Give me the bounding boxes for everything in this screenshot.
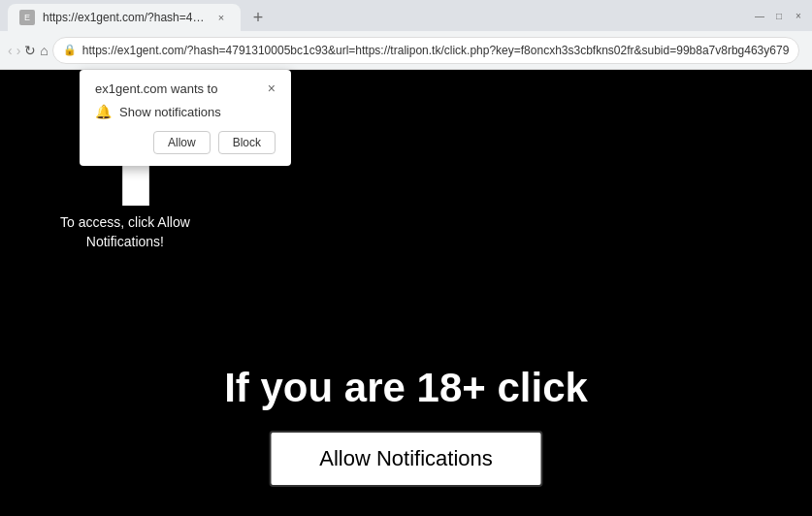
lock-icon: 🔒 — [63, 44, 77, 56]
access-text: To access, click AllowNotifications! — [60, 213, 190, 251]
new-tab-button[interactable]: + — [244, 4, 272, 31]
active-tab[interactable]: E https://ex1gent.com/?hash=47... × — [8, 4, 241, 31]
maximize-button[interactable]: □ — [773, 10, 785, 21]
allow-notifications-button[interactable]: Allow Notifications — [269, 431, 543, 487]
forward-button[interactable]: › — [16, 37, 21, 64]
home-button[interactable]: ⌂ — [40, 37, 48, 64]
address-bar[interactable]: 🔒 https://ex1gent.com/?hash=4791310005bc… — [52, 37, 800, 64]
bell-icon: 🔔 — [95, 104, 112, 119]
popup-body: 🔔 Show notifications — [95, 104, 276, 119]
page-content: ex1gent.com wants to × 🔔 Show notificati… — [0, 70, 812, 516]
notification-popup: ex1gent.com wants to × 🔔 Show notificati… — [80, 70, 291, 166]
title-bar: E https://ex1gent.com/?hash=47... × + — … — [0, 0, 812, 31]
window-controls: — □ × — [754, 10, 804, 21]
big-text: If you are 18+ click — [224, 365, 588, 411]
popup-allow-button[interactable]: Allow — [153, 131, 211, 154]
tab-bar: E https://ex1gent.com/?hash=47... × + — [8, 0, 272, 31]
popup-header: ex1gent.com wants to × — [95, 81, 276, 96]
main-cta: If you are 18+ click Allow Notifications — [0, 365, 812, 487]
refresh-button[interactable]: ↻ — [24, 37, 36, 64]
popup-close-button[interactable]: × — [268, 81, 276, 95]
tab-close-button[interactable]: × — [213, 10, 229, 25]
minimize-button[interactable]: — — [754, 10, 765, 21]
popup-title: ex1gent.com wants to — [95, 81, 217, 96]
nav-right-icons: ☆ 👤 ⋮ — [807, 37, 812, 64]
back-button[interactable]: ‹ — [8, 37, 13, 64]
browser-chrome: E https://ex1gent.com/?hash=47... × + — … — [0, 0, 812, 70]
tab-title: https://ex1gent.com/?hash=47... — [43, 11, 206, 24]
close-button[interactable]: × — [793, 10, 804, 21]
bookmark-button[interactable]: ☆ — [807, 37, 812, 64]
popup-block-button[interactable]: Block — [218, 131, 276, 154]
popup-buttons: Allow Block — [95, 131, 276, 154]
popup-message: Show notifications — [119, 105, 221, 119]
address-text: https://ex1gent.com/?hash=4791310005bc1c… — [82, 44, 790, 57]
nav-bar: ‹ › ↻ ⌂ 🔒 https://ex1gent.com/?hash=4791… — [0, 31, 812, 70]
tab-favicon: E — [19, 10, 35, 25]
